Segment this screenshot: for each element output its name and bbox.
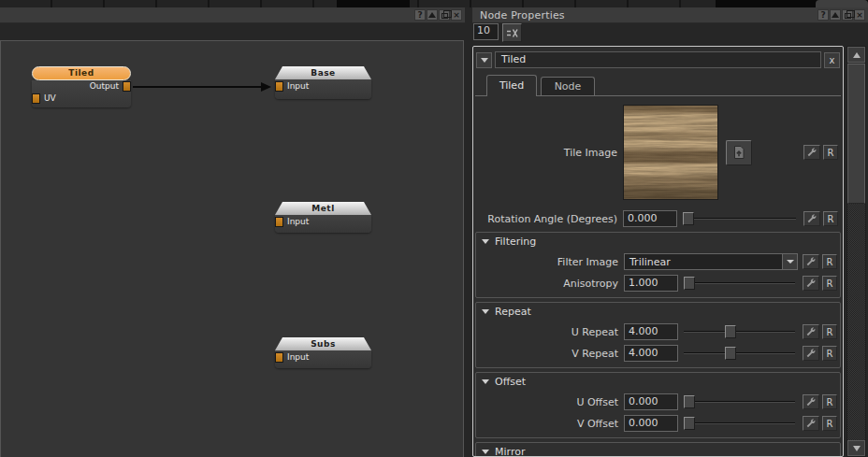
- section-offset-header[interactable]: Offset: [476, 374, 840, 390]
- wrench-icon: [806, 213, 817, 224]
- pinned-count-input[interactable]: 10: [473, 23, 499, 40]
- node-tiled[interactable]: Tiled Output UV: [32, 66, 131, 107]
- edit-metadata-button[interactable]: [803, 394, 819, 409]
- close-button[interactable]: ×: [854, 9, 865, 21]
- anisotropy-input[interactable]: 1.000: [624, 275, 678, 292]
- scrollbar-track[interactable]: [847, 204, 865, 441]
- help-button[interactable]: ?: [414, 9, 426, 21]
- reset-button[interactable]: R: [822, 394, 837, 409]
- edit-metadata-button[interactable]: [803, 211, 820, 226]
- reset-button[interactable]: R: [822, 254, 837, 269]
- uv-port-label: UV: [32, 93, 131, 104]
- slider-handle[interactable]: [725, 325, 736, 338]
- scroll-up-button[interactable]: [847, 47, 865, 63]
- edit-metadata-button[interactable]: [803, 346, 819, 361]
- filter-image-dropdown[interactable]: Trilinear: [624, 253, 798, 270]
- collapse-button[interactable]: [830, 9, 841, 21]
- remove-all-button[interactable]: [502, 23, 522, 42]
- u-repeat-slider[interactable]: [684, 325, 795, 338]
- node-header[interactable]: Tiled: [32, 66, 131, 80]
- slider-handle[interactable]: [725, 347, 736, 360]
- dropdown-arrow-button[interactable]: [782, 254, 797, 269]
- v-offset-slider[interactable]: [684, 417, 795, 430]
- edit-metadata-button[interactable]: [803, 324, 819, 339]
- filter-image-row: Filter Image Trilinear R: [476, 252, 840, 271]
- top-strip-tab: [816, 0, 868, 7]
- reset-button[interactable]: R: [823, 211, 838, 226]
- u-offset-input[interactable]: 0.000: [624, 393, 678, 410]
- v-repeat-slider[interactable]: [684, 347, 795, 360]
- edit-metadata-button[interactable]: [803, 416, 819, 431]
- input-port[interactable]: [275, 217, 283, 227]
- rotation-angle-input[interactable]: 0.000: [623, 210, 677, 227]
- help-button[interactable]: ?: [817, 9, 829, 21]
- collapse-icon: [428, 12, 436, 18]
- node-graph-canvas[interactable]: Tiled Output UV Base Input Metl Input: [0, 40, 464, 457]
- anisotropy-label: Anisotropy: [476, 278, 624, 290]
- edit-metadata-button[interactable]: [803, 276, 819, 291]
- node-header[interactable]: Subs: [275, 337, 371, 350]
- slider-handle[interactable]: [684, 417, 695, 430]
- connection-wire[interactable]: [133, 86, 263, 88]
- restore-button[interactable]: [842, 9, 853, 21]
- collapse-button[interactable]: [427, 9, 438, 21]
- node-base[interactable]: Base Input: [275, 66, 371, 99]
- application-window: ? × Node Properties ? × Tiled Output UV: [0, 0, 868, 457]
- slider-handle[interactable]: [683, 212, 694, 225]
- node-header[interactable]: Metl: [275, 202, 371, 215]
- slider-handle[interactable]: [684, 395, 695, 408]
- u-offset-label: U Offset: [476, 396, 624, 408]
- section-title: Offset: [495, 376, 526, 388]
- edit-metadata-button[interactable]: [803, 254, 819, 269]
- v-repeat-input[interactable]: 4.000: [624, 345, 678, 362]
- edit-metadata-button[interactable]: [803, 145, 820, 160]
- close-icon: ×: [856, 11, 863, 20]
- section-repeat-header[interactable]: Repeat: [476, 304, 840, 320]
- node-name-field[interactable]: Tiled: [495, 51, 821, 68]
- v-offset-input[interactable]: 0.000: [624, 415, 678, 432]
- reset-button[interactable]: R: [822, 324, 837, 339]
- scrollbar-thumb[interactable]: [847, 64, 865, 204]
- node-subs[interactable]: Subs Input: [275, 337, 371, 368]
- properties-tabs: Tiled Node: [475, 72, 841, 96]
- collapse-triangle-icon: [482, 379, 489, 384]
- slider-handle[interactable]: [684, 277, 695, 290]
- v-offset-row: V Offset 0.000 R: [476, 414, 840, 433]
- reset-button[interactable]: R: [822, 416, 837, 431]
- rotation-angle-slider[interactable]: [683, 212, 796, 225]
- section-filtering-header[interactable]: Filtering: [476, 234, 840, 250]
- node-header[interactable]: Base: [275, 66, 371, 79]
- u-repeat-input[interactable]: 4.000: [624, 323, 678, 340]
- import-image-button[interactable]: [726, 140, 752, 165]
- tab-tiled[interactable]: Tiled: [486, 75, 537, 96]
- panel-title: Node Properties: [472, 9, 565, 21]
- u-repeat-label: U Repeat: [476, 326, 624, 338]
- input-port[interactable]: [275, 81, 283, 92]
- u-offset-row: U Offset 0.000 R: [476, 393, 840, 411]
- anisotropy-slider[interactable]: [684, 277, 795, 290]
- collapse-properties-button[interactable]: [476, 52, 492, 68]
- output-port-label: Output: [32, 80, 131, 93]
- close-button[interactable]: ×: [451, 9, 462, 21]
- scroll-down-button[interactable]: [847, 440, 865, 456]
- section-mirror-header[interactable]: Mirror: [476, 444, 840, 457]
- reset-button[interactable]: R: [822, 276, 837, 291]
- node-metl[interactable]: Metl Input: [275, 202, 371, 233]
- restore-button[interactable]: [439, 9, 450, 21]
- restore-icon: [441, 13, 448, 19]
- output-port[interactable]: [123, 81, 131, 92]
- unpin-node-button[interactable]: x: [824, 52, 840, 68]
- reset-button[interactable]: R: [823, 145, 838, 160]
- reset-button[interactable]: R: [822, 346, 837, 361]
- wrench-icon: [805, 418, 817, 429]
- uv-port[interactable]: [32, 93, 40, 104]
- tile-image-thumbnail[interactable]: [623, 105, 718, 200]
- collapse-triangle-icon: [482, 239, 489, 244]
- input-port[interactable]: [275, 352, 283, 363]
- properties-scrollbar[interactable]: [846, 46, 866, 457]
- u-offset-slider[interactable]: [684, 395, 795, 408]
- import-image-icon: [732, 145, 745, 160]
- wrench-icon: [805, 348, 817, 359]
- tab-node[interactable]: Node: [541, 77, 595, 95]
- connection-arrowhead: [261, 82, 271, 92]
